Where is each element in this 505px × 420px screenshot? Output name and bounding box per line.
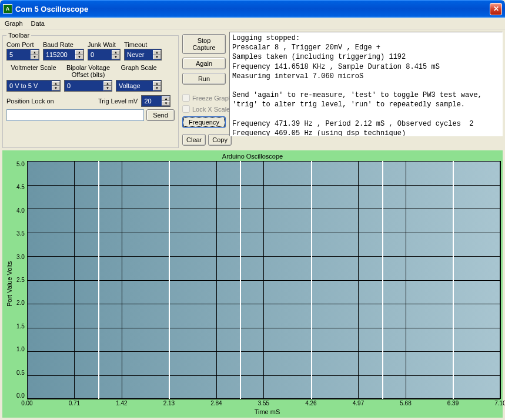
position-lock-label: Position Lock on bbox=[6, 98, 95, 105]
trig-level-label: Trig Level mV bbox=[98, 98, 138, 105]
chevron-down-icon: ▼ bbox=[31, 55, 39, 59]
toolbar-legend: Toolbar bbox=[6, 32, 31, 39]
send-button[interactable]: Send bbox=[146, 109, 175, 121]
title-bar: A Com 5 Oscilloscope ✕ bbox=[0, 0, 505, 18]
chart-panel: Arduino Oscilloscope Port Value Volts 5.… bbox=[2, 150, 503, 418]
junk-wait-select[interactable]: 0 ▲▼ bbox=[88, 49, 121, 61]
graph-scale-label: Graph Scale bbox=[116, 64, 162, 71]
com-port-select[interactable]: 5 ▲▼ bbox=[6, 49, 39, 61]
y-axis-ticks: 5.04.54.03.53.02.52.01.51.00.50.0 bbox=[14, 161, 27, 399]
voltmeter-scale-select[interactable]: 0 V to 5 V ▲▼ bbox=[6, 80, 61, 92]
toolbar-group: Toolbar Com Port 5 ▲▼ Baud Rate 115200 ▲… bbox=[2, 32, 179, 148]
chart-title: Arduino Oscilloscope bbox=[5, 153, 500, 160]
chevron-up-icon: ▲ bbox=[31, 50, 39, 55]
frequency-button[interactable]: Frequency bbox=[182, 116, 226, 128]
plot-area[interactable]: 0.000.711.422.132.843.554.264.975.686.39… bbox=[27, 161, 500, 399]
timeout-label: Timeout bbox=[124, 41, 162, 48]
menu-bar: Graph Data bbox=[0, 18, 505, 29]
copy-button[interactable]: Copy bbox=[208, 134, 232, 146]
baud-rate-select[interactable]: 115200 ▲▼ bbox=[43, 49, 84, 61]
x-axis-label: Time mS bbox=[5, 408, 500, 415]
run-button[interactable]: Run bbox=[182, 73, 226, 85]
bipolar-offset-select[interactable]: 0 ▲▼ bbox=[64, 80, 112, 92]
log-output[interactable]: Logging stopped: Prescalar 8 , Trigger 2… bbox=[229, 32, 503, 136]
close-button[interactable]: ✕ bbox=[490, 3, 502, 15]
lock-x-scale-check[interactable]: Lock X Scale bbox=[182, 105, 226, 113]
freeze-graph-check[interactable]: Freeze Graph bbox=[182, 94, 226, 102]
trig-level-input[interactable]: 20 ▲▼ bbox=[141, 95, 170, 107]
again-button[interactable]: Again bbox=[182, 58, 226, 69]
bipolar-label: Bipolar Voltage Offset (bits) bbox=[64, 64, 112, 78]
x-axis-ticks: 0.000.711.422.132.843.554.264.975.686.39… bbox=[27, 400, 500, 407]
y-axis-label: Port Value Volts bbox=[5, 161, 14, 407]
menu-graph[interactable]: Graph bbox=[5, 20, 23, 27]
voltmeter-scale-label: Voltmeter Scale bbox=[6, 64, 61, 71]
baud-rate-label: Baud Rate bbox=[43, 41, 84, 48]
window-title: Com 5 Oscilloscope bbox=[15, 5, 490, 14]
timeout-select[interactable]: Never ▲▼ bbox=[124, 49, 162, 61]
stop-capture-button[interactable]: Stop Capture bbox=[182, 34, 226, 54]
com-port-label: Com Port bbox=[6, 41, 39, 48]
junk-wait-label: Junk Wait bbox=[88, 41, 121, 48]
command-input[interactable] bbox=[6, 109, 144, 121]
menu-data[interactable]: Data bbox=[31, 20, 45, 27]
graph-scale-select[interactable]: Voltage ▲▼ bbox=[116, 80, 162, 92]
clear-button[interactable]: Clear bbox=[182, 134, 206, 146]
app-icon: A bbox=[3, 4, 12, 14]
